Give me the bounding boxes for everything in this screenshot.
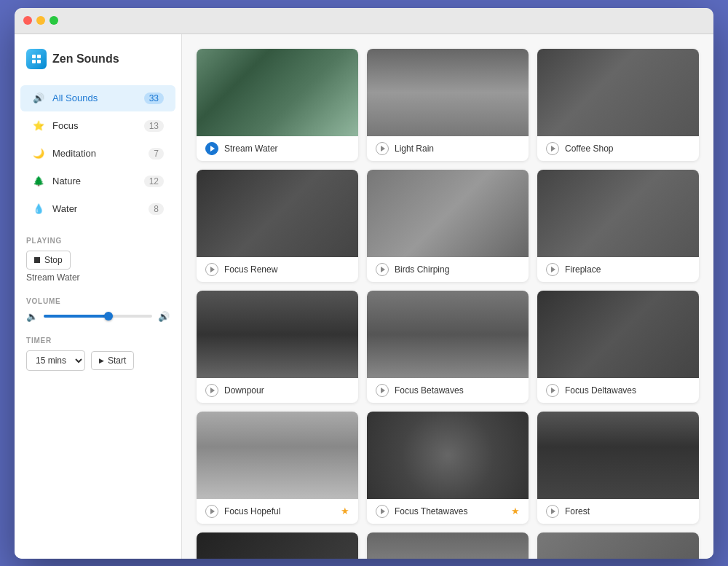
sidebar-item-meditation[interactable]: 🌙 Meditation 7 (20, 141, 175, 167)
titlebar (15, 8, 713, 34)
nav-menu: 🔊 All Sounds 33 ⭐ Focus 13 🌙 Meditation … (15, 85, 181, 222)
playing-track-name: Stream Water (26, 272, 170, 283)
sidebar-item-focus[interactable]: ⭐ Focus 13 (20, 113, 175, 139)
sound-name-forest: Forest (565, 506, 690, 516)
sound-card-birds-chirping[interactable]: Birds Chirping (367, 170, 529, 282)
card-bottom-focus-hopeful: Focus Hopeful ★ (197, 499, 358, 524)
sound-card-stream-water[interactable]: Stream Water (197, 49, 358, 161)
nav-icon-all-sounds: 🔊 (32, 92, 45, 105)
sidebar-item-all-sounds[interactable]: 🔊 All Sounds 33 (20, 85, 175, 111)
sound-name-focus-thetawaves: Focus Thetawaves (395, 506, 505, 516)
card-image-coffee-shop (537, 49, 699, 136)
card-bottom-focus-betawaves: Focus Betawaves (367, 378, 529, 403)
card-image-water-ripple (367, 532, 529, 559)
card-img-inner-forest (537, 412, 699, 499)
card-img-inner-coffee-shop (537, 49, 699, 136)
sound-card-coffee-shop[interactable]: Coffee Shop (537, 49, 699, 161)
stop-button[interactable]: Stop (26, 251, 71, 270)
play-triangle-forest (551, 508, 555, 514)
card-img-inner-focus-thetawaves (367, 412, 529, 499)
start-play-icon: ▶ (99, 357, 104, 364)
favorite-icon: ★ (341, 506, 349, 516)
volume-slider-container: 🔈 🔊 (26, 311, 170, 322)
timer-start-button[interactable]: ▶ Start (91, 351, 134, 370)
sound-card-fireplace[interactable]: Fireplace (537, 170, 699, 282)
sound-name-light-rain: Light Rain (395, 144, 520, 154)
volume-fill (44, 315, 108, 318)
sound-card-focus-renew[interactable]: Focus Renew (197, 170, 358, 282)
play-button-forest[interactable] (546, 505, 559, 518)
card-bottom-light-rain: Light Rain (367, 136, 529, 161)
volume-section: VOLUME 🔈 🔊 (15, 297, 181, 322)
card-bottom-fireplace: Fireplace (537, 257, 699, 282)
play-button-focus-renew[interactable] (205, 263, 218, 276)
play-button-focus-thetawaves[interactable] (376, 505, 389, 518)
nav-icon-water: 💧 (32, 203, 45, 216)
sound-card-focus-hopeful[interactable]: Focus Hopeful ★ (197, 412, 358, 524)
play-button-focus-betawaves[interactable] (376, 384, 389, 397)
card-image-birds-chirping (367, 170, 529, 257)
nav-icon-nature: 🌲 (32, 175, 45, 188)
sound-card-dark-forest[interactable]: Dark Forest (197, 532, 358, 559)
play-button-downpour[interactable] (205, 384, 218, 397)
maximize-button[interactable] (50, 16, 58, 25)
sound-card-forest[interactable]: Forest (537, 412, 699, 524)
nav-icon-meditation: 🌙 (32, 147, 45, 160)
playing-label: PLAYING (26, 237, 170, 245)
play-triangle-downpour (210, 388, 215, 393)
sound-name-downpour: Downpour (224, 385, 349, 396)
sound-card-focus-thetawaves[interactable]: Focus Thetawaves ★ (367, 412, 529, 524)
card-bottom-coffee-shop: Coffee Shop (537, 136, 699, 161)
play-button-fireplace[interactable] (546, 263, 559, 276)
card-image-stream-water (197, 49, 358, 136)
card-bottom-focus-thetawaves: Focus Thetawaves ★ (367, 499, 529, 524)
volume-low-icon: 🔈 (26, 311, 38, 322)
app-body: Zen Sounds 🔊 All Sounds 33 ⭐ Focus 13 🌙 … (15, 34, 713, 559)
play-triangle-focus-hopeful (210, 508, 215, 514)
nav-label-all-sounds: All Sounds (52, 93, 137, 103)
volume-slider[interactable] (44, 315, 152, 318)
sound-card-focus-betawaves[interactable]: Focus Betawaves (367, 291, 529, 403)
stop-label: Stop (44, 255, 63, 265)
sound-card-water-ripple[interactable]: Water Ripple (367, 532, 529, 559)
play-button-coffee-shop[interactable] (546, 142, 559, 155)
sound-name-focus-renew: Focus Renew (224, 264, 349, 275)
card-bottom-focus-renew: Focus Renew (197, 257, 358, 282)
play-triangle-birds-chirping (381, 267, 385, 272)
play-button-focus-hopeful[interactable] (205, 505, 218, 518)
play-button-birds-chirping[interactable] (376, 263, 389, 276)
minimize-button[interactable] (36, 16, 45, 25)
card-bottom-birds-chirping: Birds Chirping (367, 257, 529, 282)
play-button-stream-water[interactable] (205, 142, 218, 155)
card-image-dark-forest (197, 532, 358, 559)
nav-label-nature: Nature (52, 176, 137, 186)
sidebar-item-water[interactable]: 💧 Water 8 (20, 196, 175, 222)
card-image-focus-renew (197, 170, 358, 257)
close-button[interactable] (23, 16, 32, 25)
play-triangle-stream-water (210, 146, 215, 152)
nav-count-all-sounds: 33 (144, 93, 164, 104)
play-button-focus-deltawaves[interactable] (546, 384, 559, 397)
play-triangle-focus-renew (210, 267, 215, 272)
card-img-inner-light-rain (367, 49, 529, 136)
traffic-lights (23, 16, 58, 25)
card-image-focus-betawaves (367, 291, 529, 378)
card-img-inner-focus-deltawaves (537, 291, 699, 378)
sound-card-light-rain[interactable]: Light Rain (367, 49, 529, 161)
sound-name-coffee-shop: Coffee Shop (565, 144, 690, 154)
sound-card-focus-deltawaves[interactable]: Focus Deltawaves (537, 291, 699, 403)
volume-label: VOLUME (26, 297, 170, 305)
volume-knob[interactable] (104, 312, 113, 321)
play-button-light-rain[interactable] (376, 142, 389, 155)
card-bottom-forest: Forest (537, 499, 699, 524)
sidebar-item-nature[interactable]: 🌲 Nature 12 (20, 168, 175, 194)
sound-name-stream-water: Stream Water (224, 144, 349, 154)
sound-card-downpour[interactable]: Downpour (197, 291, 358, 403)
card-image-forest (537, 412, 699, 499)
card-img-inner-dark-forest (197, 532, 358, 559)
card-bottom-stream-water: Stream Water (197, 136, 358, 161)
timer-select[interactable]: 15 mins 5 mins 10 mins 30 mins 60 mins (26, 350, 85, 371)
nav-count-water: 8 (149, 203, 164, 215)
sound-card-ocean[interactable]: Ocean Waves (537, 532, 699, 559)
card-img-inner-water-ripple (367, 532, 529, 559)
